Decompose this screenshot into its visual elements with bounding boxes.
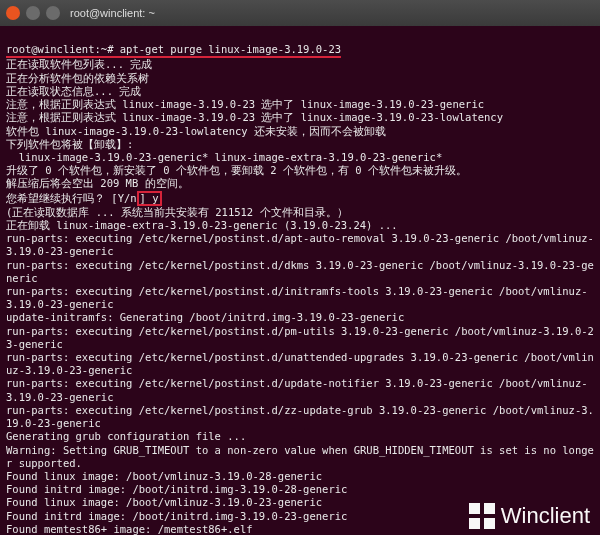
watermark-text: Winclient xyxy=(501,503,590,529)
terminal-line: 注意，根据正则表达式 linux-image-3.19.0-23 选中了 lin… xyxy=(6,98,484,110)
maximize-icon[interactable] xyxy=(46,6,60,20)
terminal-line: linux-image-3.19.0-23-generic* linux-ima… xyxy=(6,151,442,163)
terminal-line: run-parts: executing /etc/kernel/postins… xyxy=(6,285,588,310)
terminal-line: run-parts: executing /etc/kernel/postins… xyxy=(6,232,594,257)
shell-prompt: root@winclient:~# apt-get purge linux-im… xyxy=(6,43,341,58)
terminal-line: 注意，根据正则表达式 linux-image-3.19.0-23 选中了 lin… xyxy=(6,111,503,123)
terminal-line: 下列软件包将被【卸载】: xyxy=(6,138,133,150)
terminal-line: 升级了 0 个软件包，新安装了 0 个软件包，要卸载 2 个软件包，有 0 个软… xyxy=(6,164,467,176)
terminal-line: run-parts: executing /etc/kernel/postins… xyxy=(6,325,594,350)
terminal-line: Generating grub configuration file ... xyxy=(6,430,246,442)
prompt-command: apt-get purge linux-image-3.19.0-23 xyxy=(120,43,341,55)
window-title: root@winclient: ~ xyxy=(70,7,155,19)
terminal-line: Found memtest86+ image: /memtest86+.elf xyxy=(6,523,253,535)
terminal-line: 正在读取软件包列表... 完成 xyxy=(6,58,152,70)
terminal-line: 正在读取状态信息... 完成 xyxy=(6,85,141,97)
terminal-line: Found initrd image: /boot/initrd.img-3.1… xyxy=(6,510,347,522)
terminal-line: 正在分析软件包的依赖关系树 xyxy=(6,72,149,84)
windows-logo-icon xyxy=(469,503,495,529)
close-icon[interactable] xyxy=(6,6,20,20)
window-titlebar: root@winclient: ~ xyxy=(0,0,600,26)
terminal-line: Warning: Setting GRUB_TIMEOUT to a non-z… xyxy=(6,444,594,469)
terminal-line: run-parts: executing /etc/kernel/postins… xyxy=(6,259,594,284)
terminal-line: Found linux image: /boot/vmlinuz-3.19.0-… xyxy=(6,496,322,508)
prompt-user-host: root@winclient:~# xyxy=(6,43,113,55)
terminal-line: run-parts: executing /etc/kernel/postins… xyxy=(6,404,594,429)
watermark: Winclient xyxy=(469,503,590,529)
terminal-line: 正在卸载 linux-image-extra-3.19.0-23-generic… xyxy=(6,219,398,231)
terminal-line: run-parts: executing /etc/kernel/postins… xyxy=(6,351,594,376)
terminal-output[interactable]: root@winclient:~# apt-get purge linux-im… xyxy=(0,26,600,535)
terminal-line: 软件包 linux-image-3.19.0-23-lowlatency 还未安… xyxy=(6,125,386,137)
terminal-line: (正在读取数据库 ... 系统当前共安装有 211512 个文件和目录。） xyxy=(6,206,348,218)
terminal-line: update-initramfs: Generating /boot/initr… xyxy=(6,311,404,323)
confirm-prompt-highlight: ] y xyxy=(137,191,162,206)
terminal-line: Found initrd image: /boot/initrd.img-3.1… xyxy=(6,483,347,495)
terminal-line: run-parts: executing /etc/kernel/postins… xyxy=(6,377,588,402)
terminal-line: 解压缩后将会空出 209 MB 的空间。 xyxy=(6,177,189,189)
minimize-icon[interactable] xyxy=(26,6,40,20)
terminal-line: 您希望继续执行吗？ [Y/n] y xyxy=(6,192,162,204)
terminal-line: Found linux image: /boot/vmlinuz-3.19.0-… xyxy=(6,470,322,482)
